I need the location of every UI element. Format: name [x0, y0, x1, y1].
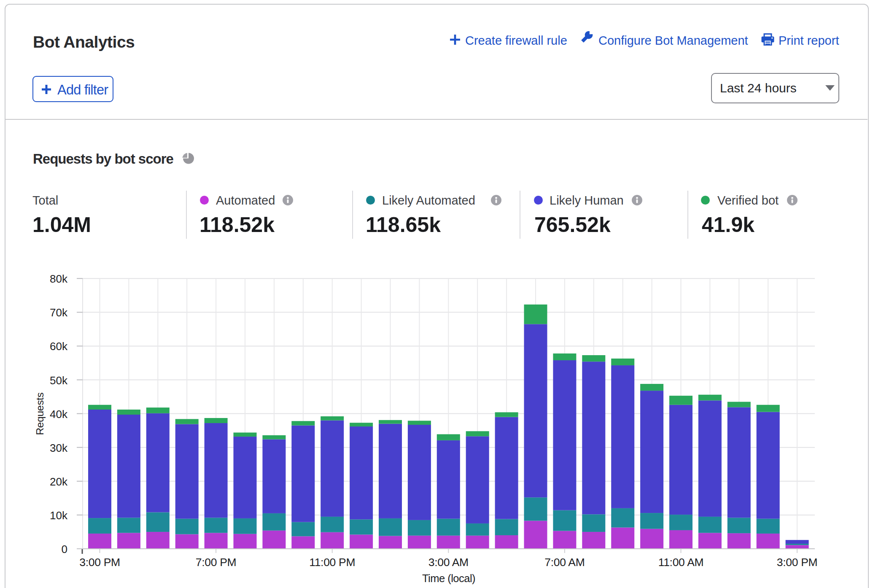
svg-text:40k: 40k — [50, 408, 68, 421]
svg-text:50k: 50k — [50, 374, 68, 387]
svg-text:0: 0 — [62, 543, 67, 556]
svg-text:60k: 60k — [50, 340, 68, 353]
svg-text:3:00 PM: 3:00 PM — [79, 556, 120, 569]
svg-text:Requests: Requests — [34, 392, 46, 435]
svg-text:7:00 AM: 7:00 AM — [544, 556, 585, 569]
svg-text:3:00 AM: 3:00 AM — [428, 556, 469, 569]
svg-text:10k: 10k — [50, 509, 68, 522]
svg-text:30k: 30k — [50, 442, 68, 454]
svg-text:3:00 PM: 3:00 PM — [777, 556, 818, 569]
svg-text:11:00 AM: 11:00 AM — [658, 556, 704, 569]
svg-text:7:00 PM: 7:00 PM — [196, 556, 237, 569]
svg-text:70k: 70k — [50, 306, 68, 319]
svg-text:20k: 20k — [50, 475, 68, 488]
svg-text:Time (local): Time (local) — [422, 572, 475, 584]
svg-text:11:00 PM: 11:00 PM — [309, 556, 355, 569]
svg-text:80k: 80k — [50, 272, 68, 285]
